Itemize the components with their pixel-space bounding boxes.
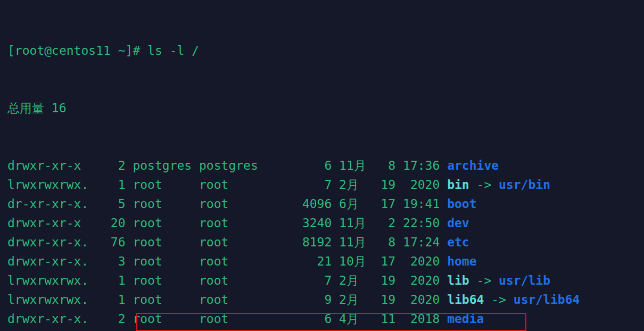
file-name-home: home	[447, 254, 476, 268]
file-name-lib64: lib64	[447, 293, 484, 307]
file-name-boot: boot	[447, 197, 476, 211]
terminal-total-line: 总用量 16	[7, 98, 644, 118]
row-attributes: drwxr-xr-x. 2 root root 6 4月 11 2018	[7, 312, 447, 326]
symlink-target-lib: usr/lib	[499, 274, 550, 287]
row-attributes: lrwxrwxrwx. 1 root root 7 2月 19 2020	[7, 274, 447, 287]
terminal-row-lib64: lrwxrwxrwx. 1 root root 9 2月 19 2020 lib…	[7, 290, 644, 309]
file-name-lib: lib	[447, 274, 469, 287]
row-attributes: drwxr-xr-x 2 postgres postgres 6 11月 8 1…	[7, 159, 447, 172]
terminal-row-bin: lrwxrwxrwx. 1 root root 7 2月 19 2020 bin…	[7, 175, 644, 194]
terminal-row-dev: drwxr-xr-x 20 root root 3240 11月 2 22:50…	[7, 213, 644, 233]
file-name-archive: archive	[447, 159, 499, 172]
symlink-target-lib64: usr/lib64	[514, 293, 580, 307]
row-attributes: lrwxrwxrwx. 1 root root 7 2月 19 2020	[7, 178, 447, 192]
file-name-bin: bin	[447, 178, 469, 192]
row-attributes: drwxr-xr-x. 76 root root 8192 11月 8 17:2…	[7, 235, 447, 249]
file-name-dev: dev	[447, 216, 469, 230]
terminal-row-archive: drwxr-xr-x 2 postgres postgres 6 11月 8 1…	[7, 156, 644, 175]
terminal-output: drwxr-xr-x 2 postgres postgres 6 11月 8 1…	[7, 156, 644, 331]
terminal-row-etc: drwxr-xr-x. 76 root root 8192 11月 8 17:2…	[7, 233, 644, 252]
file-name-etc: etc	[447, 235, 469, 249]
row-attributes: drwxr-xr-x 20 root root 3240 11月 2 22:50	[7, 216, 447, 230]
row-attributes: dr-xr-xr-x. 5 root root 4096 6月 17 19:41	[7, 197, 447, 211]
terminal-row-media: drwxr-xr-x. 2 root root 6 4月 11 2018 med…	[7, 309, 644, 328]
terminal-screen: [root@centos11 ~]# ls -l / 总用量 16 drwxr-…	[0, 0, 644, 331]
symlink-target-bin: usr/bin	[499, 178, 550, 192]
terminal-row-home: drwxr-xr-x. 3 root root 21 10月 17 2020 h…	[7, 252, 644, 271]
terminal-row-boot: dr-xr-xr-x. 5 root root 4096 6月 17 19:41…	[7, 194, 644, 213]
row-attributes: drwxr-xr-x. 3 root root 21 10月 17 2020	[7, 254, 447, 268]
symlink-arrow: ->	[469, 274, 499, 287]
symlink-arrow: ->	[469, 178, 499, 192]
terminal-row-mnt: drwxr-xr-x. 2 root root 6 4月 11 2018 mnt	[7, 328, 644, 331]
terminal-row-lib: lrwxrwxrwx. 1 root root 7 2月 19 2020 lib…	[7, 271, 644, 290]
file-name-media: media	[447, 312, 484, 326]
symlink-arrow: ->	[484, 293, 513, 307]
terminal-prompt-line: [root@centos11 ~]# ls -l /	[7, 41, 644, 60]
row-attributes: lrwxrwxrwx. 1 root root 9 2月 19 2020	[7, 293, 447, 307]
terminal-window[interactable]: [root@centos11 ~]# ls -l / 总用量 16 drwxr-…	[0, 0, 644, 331]
